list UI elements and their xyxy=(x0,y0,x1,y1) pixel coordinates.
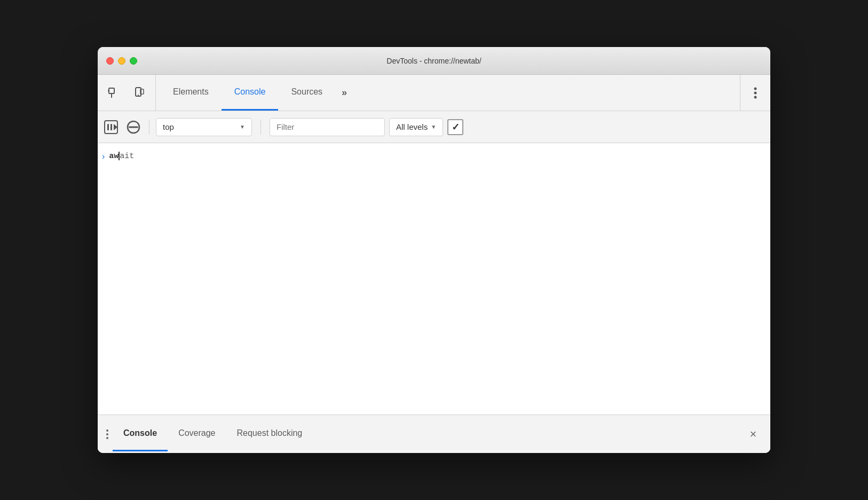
toolbar-separator-2 xyxy=(261,120,261,135)
toolbar-icons xyxy=(98,75,156,111)
bottom-panel: Console Coverage Request blocking × xyxy=(98,415,770,453)
title-bar: DevTools - chrome://newtab/ xyxy=(98,47,770,75)
console-content[interactable]: › await xyxy=(98,143,770,415)
more-options-button[interactable] xyxy=(747,84,764,101)
play-pause-icon xyxy=(104,120,119,135)
context-dropdown-arrow: ▼ xyxy=(240,124,245,130)
maximize-button[interactable] xyxy=(130,57,137,65)
svg-point-6 xyxy=(754,96,757,98)
console-expand-arrow[interactable]: › xyxy=(102,151,105,161)
minimize-button[interactable] xyxy=(118,57,125,65)
console-toolbar: top ▼ All levels ▼ ✓ xyxy=(98,111,770,143)
context-value: top xyxy=(163,122,235,131)
tab-console[interactable]: Console xyxy=(222,75,279,111)
keyword-light: ait xyxy=(120,152,134,161)
traffic-lights xyxy=(106,57,137,65)
toolbar-separator-1 xyxy=(149,120,149,135)
execute-button[interactable] xyxy=(102,118,120,136)
inspect-icon xyxy=(107,87,120,99)
log-levels-label: All levels xyxy=(396,122,428,131)
keyword-bold: aw xyxy=(109,152,119,161)
context-selector[interactable]: top ▼ xyxy=(156,118,252,136)
top-toolbar: Elements Console Sources » xyxy=(98,75,770,111)
tab-sources[interactable]: Sources xyxy=(278,75,335,111)
levels-dropdown-arrow: ▼ xyxy=(431,124,436,130)
close-panel-button[interactable]: × xyxy=(745,426,762,443)
clear-button[interactable] xyxy=(124,118,143,136)
no-entry-icon xyxy=(126,120,141,135)
console-input-text: await xyxy=(109,151,134,163)
devtools-window: DevTools - chrome://newtab/ xyxy=(98,47,770,453)
toolbar-right xyxy=(740,75,770,111)
log-levels-button[interactable]: All levels ▼ xyxy=(389,118,443,136)
bottom-tab-request-blocking[interactable]: Request blocking xyxy=(226,415,313,453)
svg-point-5 xyxy=(754,91,757,94)
devtools-body: Elements Console Sources » xyxy=(98,75,770,453)
filter-input[interactable] xyxy=(270,118,385,136)
inspect-icon-button[interactable] xyxy=(104,83,123,103)
dot-2 xyxy=(106,433,108,435)
tab-elements[interactable]: Elements xyxy=(160,75,222,111)
svg-point-3 xyxy=(138,95,139,96)
device-icon-button[interactable] xyxy=(130,83,149,103)
checkbox-checkmark: ✓ xyxy=(452,122,460,132)
svg-marker-10 xyxy=(114,124,117,130)
bottom-more-button[interactable] xyxy=(102,425,113,443)
svg-rect-9 xyxy=(111,124,112,130)
console-line: › await xyxy=(98,147,770,167)
bottom-tab-console[interactable]: Console xyxy=(113,415,168,453)
bottom-tabs: Console Coverage Request blocking xyxy=(113,415,745,453)
close-button[interactable] xyxy=(106,57,114,65)
svg-rect-0 xyxy=(109,88,114,93)
svg-point-4 xyxy=(754,87,757,90)
more-tabs-button[interactable]: » xyxy=(335,75,353,111)
vertical-dots-icon xyxy=(754,87,757,99)
window-title: DevTools - chrome://newtab/ xyxy=(386,57,481,65)
dot-1 xyxy=(106,429,108,432)
bottom-tab-coverage[interactable]: Coverage xyxy=(168,415,226,453)
tabs-container: Elements Console Sources » xyxy=(156,75,740,111)
checkbox-toggle[interactable]: ✓ xyxy=(447,119,463,135)
svg-rect-8 xyxy=(107,124,109,130)
dot-3 xyxy=(106,437,108,439)
device-icon xyxy=(133,87,146,99)
svg-rect-12 xyxy=(129,126,138,128)
